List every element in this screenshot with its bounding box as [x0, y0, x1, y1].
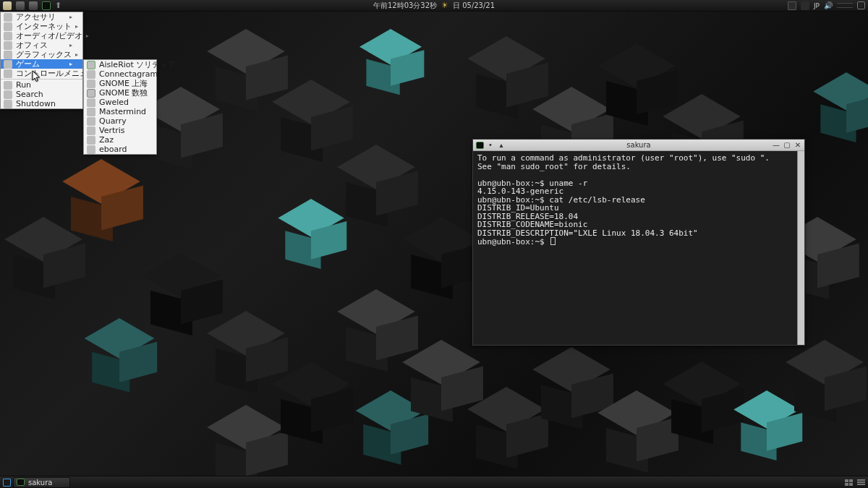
launcher-filemgr-icon[interactable]: [16, 1, 25, 10]
menu-action-search[interactable]: Search: [1, 90, 82, 99]
game-gweled[interactable]: Gweled: [84, 98, 156, 107]
titlebar-shade-icon[interactable]: ▴: [497, 141, 506, 149]
game-eboard[interactable]: eboard: [84, 145, 156, 154]
launcher-terminal-icon[interactable]: [42, 1, 51, 10]
menu-action-shutdown[interactable]: Shutdown: [1, 99, 82, 108]
tray-battery-icon[interactable]: [837, 3, 853, 8]
tray-network-icon[interactable]: [801, 1, 809, 10]
bottom-panel: sakura: [0, 476, 868, 488]
top-panel: ⬆ 午前12時03分32秒 ☀ 日 05/23/21 JP 🔊: [0, 0, 868, 12]
cursor-icon: [32, 70, 42, 85]
terminal-window[interactable]: • ▴ sakura — ▢ ✕ To run a command as adm…: [472, 139, 805, 346]
game-aisleriot[interactable]: AisleRiot ソリティア: [84, 60, 156, 69]
tray-unknown1-icon[interactable]: [788, 1, 796, 10]
menu-cat-graphics[interactable]: グラフィックス▸: [1, 50, 82, 59]
terminal-scrollbar[interactable]: [797, 151, 804, 345]
game-vertris[interactable]: Vertris: [84, 126, 156, 135]
launcher-app2-icon[interactable]: [29, 1, 38, 10]
taskbar-item-label: sakura: [28, 479, 52, 487]
show-desktop-button[interactable]: [3, 479, 11, 487]
tray-volume-icon[interactable]: 🔊: [824, 1, 833, 9]
terminal-app-icon: [476, 142, 484, 149]
window-close-button[interactable]: ✕: [793, 141, 802, 149]
game-gnome-sudoku[interactable]: GNOME 数独: [84, 88, 156, 98]
launcher-arrow-icon[interactable]: ⬆: [55, 1, 61, 9]
launcher-menu-icon[interactable]: [3, 1, 12, 10]
panel-extra-icon[interactable]: [857, 479, 865, 486]
app-submenu-games: AisleRiot ソリティア Connectagram GNOME 上海 GN…: [83, 59, 157, 155]
window-maximize-button[interactable]: ▢: [783, 141, 791, 149]
weather-icon: ☀: [441, 1, 448, 10]
window-minimize-button[interactable]: —: [772, 141, 780, 149]
taskbar-item-sakura[interactable]: sakura: [13, 477, 70, 488]
workspace-switcher[interactable]: [845, 479, 853, 486]
taskbar-item-icon: [17, 479, 25, 486]
tray-plugin-icon[interactable]: [857, 1, 865, 9]
app-menu: アクセサリ▸ インターネット▸ オーディオ/ビデオ▸ オフィス▸ グラフィックス…: [0, 12, 83, 109]
titlebar-sticky-icon[interactable]: •: [486, 141, 495, 149]
panel-clock: 午前12時03分32秒: [373, 1, 437, 11]
game-zaz[interactable]: Zaz: [84, 135, 156, 145]
game-mastermind[interactable]: Mastermind: [84, 107, 156, 116]
terminal-title: sakura: [626, 141, 650, 149]
tray-lang-indicator[interactable]: JP: [814, 2, 820, 9]
game-quarry[interactable]: Quarry: [84, 116, 156, 126]
terminal-titlebar[interactable]: • ▴ sakura — ▢ ✕: [473, 140, 804, 151]
panel-date: 日 05/23/21: [453, 1, 495, 11]
terminal-output[interactable]: To run a command as administrator (user …: [473, 151, 804, 249]
